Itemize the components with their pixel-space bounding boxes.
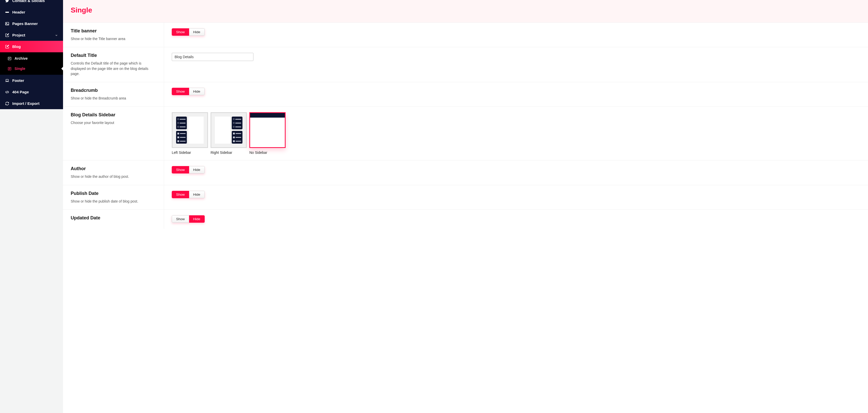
svg-point-2 bbox=[6, 23, 7, 24]
chevron-down-icon bbox=[55, 34, 58, 37]
edit-note-icon bbox=[8, 57, 11, 60]
default-title-input[interactable] bbox=[172, 53, 253, 61]
sidebar-item-import-export[interactable]: Import / Export bbox=[0, 98, 63, 109]
sidebar-item-pages-banner[interactable]: Pages Banner bbox=[0, 18, 63, 29]
sidebar-item-label: Blog bbox=[12, 44, 21, 49]
toggle-hide[interactable]: Hide bbox=[189, 215, 205, 223]
code-icon bbox=[5, 90, 9, 94]
sidebar-item-label: Header bbox=[12, 10, 25, 14]
layout-caption: Left Sidebar bbox=[172, 151, 208, 155]
field-title: Publish Date bbox=[71, 191, 156, 196]
toggle-publish-date: Show Hide bbox=[172, 191, 205, 198]
sidebar-item-header[interactable]: Header bbox=[0, 6, 63, 18]
sidebar-item-label: Footer bbox=[12, 78, 24, 83]
sidebar-subitem-single[interactable]: Single bbox=[0, 64, 63, 74]
field-title: Author bbox=[71, 166, 156, 171]
settings-sidebar: Contact & Socials Header Pages Banner Pr… bbox=[0, 0, 63, 413]
sidebar-item-404[interactable]: 404 Page bbox=[0, 86, 63, 98]
sidebar-subitem-label: Archive bbox=[14, 56, 28, 60]
field-desc: Show or hide the publish date of blog po… bbox=[71, 199, 156, 204]
field-breadcrumb: Breadcrumb Show or hide the Breadcrumb a… bbox=[63, 82, 868, 107]
field-author: Author Show or hide the author of blog p… bbox=[63, 160, 868, 185]
sidebar-item-project[interactable]: Project bbox=[0, 29, 63, 41]
field-desc: Show or hide the author of blog post. bbox=[71, 174, 156, 179]
sidebar-submenu-blog: Archive Single bbox=[0, 52, 63, 75]
toggle-hide[interactable]: Hide bbox=[189, 191, 205, 198]
toggle-show[interactable]: Show bbox=[172, 191, 189, 198]
svg-rect-3 bbox=[8, 57, 11, 60]
field-desc: Show or hide the Breadcrumb area bbox=[71, 96, 156, 101]
layout-options: Left Sidebar bbox=[172, 112, 286, 155]
field-title: Default Title bbox=[71, 53, 156, 58]
layout-option-left-sidebar[interactable]: Left Sidebar bbox=[172, 112, 208, 155]
sidebar-subitem-label: Single bbox=[14, 67, 25, 71]
post-icon bbox=[8, 67, 11, 71]
laptop-icon bbox=[5, 78, 9, 83]
toggle-title-banner: Show Hide bbox=[172, 28, 205, 36]
sidebar-item-label: Import / Export bbox=[12, 101, 39, 106]
toggle-updated-date: Show Hide bbox=[172, 215, 205, 223]
sidebar-item-contact-socials[interactable]: Contact & Socials bbox=[0, 0, 63, 6]
toggle-show[interactable]: Show bbox=[172, 166, 189, 173]
refresh-icon bbox=[5, 101, 9, 106]
layout-option-right-sidebar[interactable]: Right Sidebar bbox=[211, 112, 247, 155]
toggle-breadcrumb: Show Hide bbox=[172, 88, 205, 95]
sidebar-item-label: Pages Banner bbox=[12, 22, 38, 26]
toggle-show[interactable]: Show bbox=[172, 28, 189, 36]
field-title-banner: Title banner Show or hide the Title bann… bbox=[63, 23, 868, 47]
field-title: Updated Date bbox=[71, 215, 156, 221]
settings-panel: Single Title banner Show or hide the Tit… bbox=[63, 0, 868, 413]
field-title: Blog Details Sidebar bbox=[71, 112, 156, 118]
sidebar-subitem-archive[interactable]: Archive bbox=[0, 53, 63, 64]
svg-rect-5 bbox=[6, 80, 8, 81]
toggle-hide[interactable]: Hide bbox=[189, 88, 205, 95]
sidebar-item-label: 404 Page bbox=[12, 90, 29, 94]
layout-option-no-sidebar[interactable]: No Sidebar bbox=[249, 112, 286, 155]
field-desc: Controls the Default title of the page w… bbox=[71, 61, 156, 76]
sidebar-item-label: Contact & Socials bbox=[12, 0, 45, 3]
twitter-icon bbox=[5, 0, 9, 3]
layout-caption: No Sidebar bbox=[249, 151, 286, 155]
toggle-show[interactable]: Show bbox=[172, 88, 189, 95]
field-updated-date: Updated Date Show Hide bbox=[63, 210, 868, 229]
edit-square-icon bbox=[5, 45, 9, 49]
page-title: Single bbox=[71, 6, 860, 14]
sidebar-item-label: Project bbox=[12, 33, 25, 37]
sidebar-item-blog[interactable]: Blog bbox=[0, 41, 63, 52]
layout-caption: Right Sidebar bbox=[211, 151, 247, 155]
field-desc: Choose your favorite layout bbox=[71, 120, 156, 125]
svg-rect-0 bbox=[5, 12, 9, 13]
edit-square-icon bbox=[5, 33, 9, 37]
image-icon bbox=[5, 22, 9, 26]
field-title: Breadcrumb bbox=[71, 88, 156, 93]
toggle-show[interactable]: Show bbox=[172, 215, 189, 223]
toggle-author: Show Hide bbox=[172, 166, 205, 173]
page-header: Single bbox=[63, 0, 868, 23]
field-title: Title banner bbox=[71, 28, 156, 34]
svg-rect-1 bbox=[6, 22, 9, 25]
toggle-hide[interactable]: Hide bbox=[189, 166, 205, 173]
toggle-hide[interactable]: Hide bbox=[189, 28, 205, 36]
sidebar-item-footer[interactable]: Footer bbox=[0, 75, 63, 86]
header-icon bbox=[5, 10, 9, 14]
field-desc: Show or hide the Title banner area bbox=[71, 36, 156, 41]
field-publish-date: Publish Date Show or hide the publish da… bbox=[63, 185, 868, 210]
field-sidebar-layout: Blog Details Sidebar Choose your favorit… bbox=[63, 107, 868, 160]
field-default-title: Default Title Controls the Default title… bbox=[63, 47, 868, 82]
